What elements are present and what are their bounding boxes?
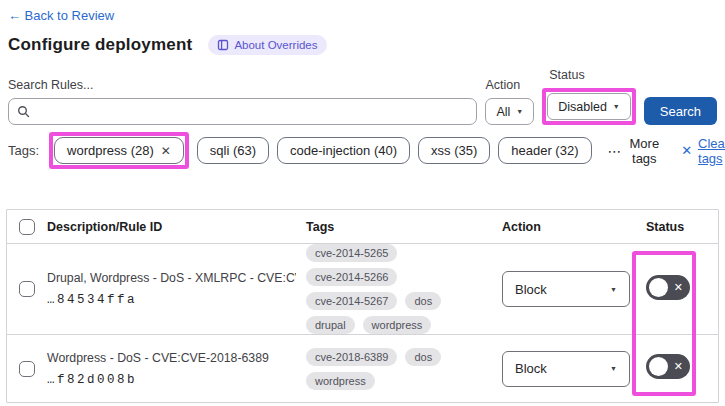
row-checkbox[interactable] <box>19 361 35 377</box>
tag-chip-list: sqli (63)code-injection (40)xss (35)head… <box>197 137 592 164</box>
rule-tag-pill: wordpress <box>363 316 432 334</box>
action-select[interactable]: Block ▼ <box>502 351 630 387</box>
column-header-status: Status <box>642 220 718 234</box>
rule-id: …f82d008b <box>47 373 296 387</box>
column-header-tags: Tags <box>302 220 502 234</box>
rule-tag-list: cve-2018-6389doswordpress <box>306 348 492 390</box>
rule-tag-pill: cve-2018-6389 <box>306 348 397 366</box>
title-row: Configure deployment About Overrides <box>8 35 717 55</box>
column-header-description: Description/Rule ID <box>47 220 302 234</box>
configure-deployment-page: ← Back to Review Configure deployment Ab… <box>0 0 725 406</box>
rule-tag-pill: dos <box>405 292 441 310</box>
clear-tags-label: Clear tags <box>698 136 725 166</box>
chevron-down-icon: ▼ <box>613 103 620 110</box>
tag-chip[interactable]: code-injection (40) <box>277 137 410 164</box>
remove-tag-icon[interactable]: ✕ <box>161 144 171 158</box>
rule-tag-pill: wordpress <box>306 372 375 390</box>
rules-table-header: Description/Rule ID Tags Action Status <box>7 210 718 244</box>
selected-tag-annotation: wordpress (28) ✕ <box>49 132 189 169</box>
more-tags-button[interactable]: ⋯ More tags <box>608 136 660 166</box>
about-overrides-badge[interactable]: About Overrides <box>208 35 326 55</box>
action-select[interactable]: Block ▼ <box>502 271 630 307</box>
search-input[interactable] <box>8 98 477 125</box>
clear-tags-link[interactable]: ✕ Clear tags <box>681 136 725 166</box>
table-row: Drupal, Wordpress - DoS - XMLRPC - CVE:C… <box>7 244 718 335</box>
toggle-off-x-icon: ✕ <box>674 361 683 372</box>
rule-tag-pill: cve-2014-5267 <box>306 292 397 310</box>
status-filter-value: Disabled <box>558 100 607 114</box>
tags-filter-bar: Tags: wordpress (28) ✕ sqli (63)code-inj… <box>8 132 717 169</box>
tag-chip-wordpress-selected[interactable]: wordpress (28) ✕ <box>54 137 184 164</box>
page-title: Configure deployment <box>8 35 192 55</box>
action-value: Block <box>515 361 547 376</box>
rule-description: Wordpress - DoS - CVE:CVE-2018-6389 <box>47 351 296 365</box>
status-toggle[interactable]: ✕ <box>646 275 690 300</box>
tag-chip[interactable]: sqli (63) <box>197 137 269 164</box>
tags-label: Tags: <box>8 143 39 158</box>
toggle-knob <box>649 357 668 376</box>
tag-chip[interactable]: header (32) <box>498 137 591 164</box>
tag-chip[interactable]: xss (35) <box>418 137 490 164</box>
filter-row: Search Rules... Action All ▼ Status Disa… <box>8 68 717 125</box>
search-icon <box>17 105 30 118</box>
chevron-down-icon: ▼ <box>610 286 617 293</box>
status-toggle[interactable]: ✕ <box>646 354 690 379</box>
chevron-down-icon: ▼ <box>516 108 523 115</box>
status-filter-annotation: Disabled ▼ <box>542 88 636 125</box>
back-to-review-link[interactable]: ← Back to Review <box>8 8 114 23</box>
rule-tag-pill: drupal <box>306 316 355 334</box>
status-filter-label: Status <box>549 68 636 82</box>
more-tags-label: More tags <box>630 136 660 166</box>
action-filter-value: All <box>496 105 510 119</box>
rules-table: Description/Rule ID Tags Action Status D… <box>6 209 719 403</box>
clear-icon: ✕ <box>681 143 692 158</box>
row-checkbox[interactable] <box>19 281 35 297</box>
rule-tag-pill: dos <box>405 348 441 366</box>
action-filter-dropdown[interactable]: All ▼ <box>485 98 534 125</box>
rules-table-body: Drupal, Wordpress - DoS - XMLRPC - CVE:C… <box>7 244 718 402</box>
action-value: Block <box>515 282 547 297</box>
search-rules-label: Search Rules... <box>8 78 477 92</box>
rule-tag-pill: cve-2014-5265 <box>306 244 397 262</box>
ellipsis-icon: ⋯ <box>608 143 623 159</box>
rule-description: Drupal, Wordpress - DoS - XMLRPC - CVE:C… <box>47 271 296 285</box>
toggle-knob <box>649 278 668 297</box>
about-overrides-label: About Overrides <box>234 39 317 51</box>
selected-tag-label: wordpress (28) <box>67 143 154 158</box>
book-icon <box>217 39 229 51</box>
rule-id: …84534ffa <box>47 293 296 307</box>
search-button[interactable]: Search <box>644 97 717 125</box>
rule-tag-list: cve-2014-5265cve-2014-5266cve-2014-5267d… <box>306 244 492 334</box>
select-all-checkbox[interactable] <box>19 219 35 235</box>
table-row: Wordpress - DoS - CVE:CVE-2018-6389 …f82… <box>7 335 718 402</box>
status-filter-dropdown[interactable]: Disabled ▼ <box>547 93 631 120</box>
action-filter-label: Action <box>485 78 534 92</box>
toggle-off-x-icon: ✕ <box>674 282 683 293</box>
rule-tag-pill: cve-2014-5266 <box>306 268 397 286</box>
chevron-down-icon: ▼ <box>610 365 617 372</box>
column-header-action: Action <box>502 220 642 234</box>
